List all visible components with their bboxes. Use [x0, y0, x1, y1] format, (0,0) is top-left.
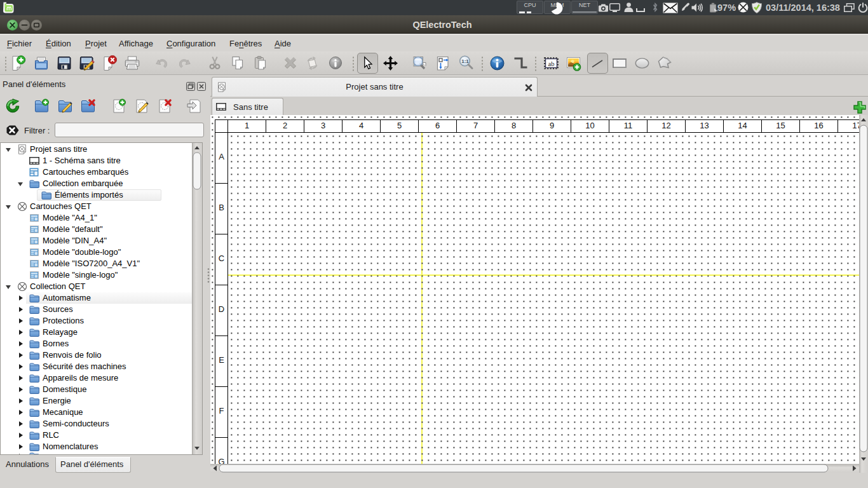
svg-text:1:1: 1:1	[461, 58, 469, 64]
svg-text:ab: ab	[548, 60, 555, 67]
